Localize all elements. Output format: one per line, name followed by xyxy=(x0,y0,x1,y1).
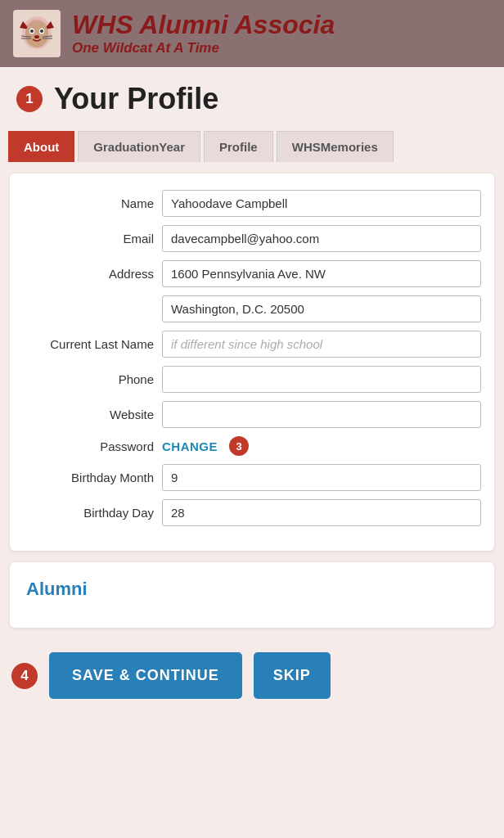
page-title: Your Profile xyxy=(54,82,218,116)
tab-memories[interactable]: WHSMemories xyxy=(277,131,394,162)
step-badge-3: 3 xyxy=(229,436,249,456)
password-label: Password xyxy=(23,439,154,453)
name-label: Name xyxy=(23,196,154,210)
current-last-name-label: Current Last Name xyxy=(23,337,154,351)
address-row-2 xyxy=(23,295,481,322)
email-input[interactable] xyxy=(162,225,481,252)
tabs-container: About GraduationYear Profile WHSMemories xyxy=(0,123,504,162)
address-row-1: Address xyxy=(23,260,481,287)
address-line1-input[interactable] xyxy=(162,260,481,287)
svg-point-5 xyxy=(25,21,48,47)
alumni-title: Alumni xyxy=(26,579,478,600)
header-text: WHS Alumni Associa One Wildcat At A Time xyxy=(72,11,335,56)
password-row: Password CHANGE 3 xyxy=(23,436,481,456)
birthday-month-label: Birthday Month xyxy=(23,471,154,484)
tab-graduation[interactable]: GraduationYear xyxy=(78,131,200,162)
form-card: Name Email Address Current Last Name Pho… xyxy=(10,173,494,551)
change-password-link[interactable]: CHANGE xyxy=(162,439,218,453)
current-last-name-input[interactable] xyxy=(162,331,481,358)
website-row: Website xyxy=(23,401,481,428)
tab-about[interactable]: About xyxy=(8,131,74,162)
skip-button[interactable]: SKIP xyxy=(254,652,331,699)
phone-input[interactable] xyxy=(162,366,481,393)
name-row: Name xyxy=(23,190,481,217)
name-input[interactable] xyxy=(162,190,481,217)
svg-point-10 xyxy=(34,35,39,38)
svg-point-9 xyxy=(40,29,43,33)
step-badge-1: 1 xyxy=(16,86,43,112)
step-badge-4: 4 xyxy=(11,663,38,689)
email-row: Email xyxy=(23,225,481,252)
website-input[interactable] xyxy=(162,401,481,428)
password-change-area: CHANGE 3 xyxy=(162,436,249,456)
birthday-month-input[interactable] xyxy=(162,464,481,491)
website-label: Website xyxy=(23,408,154,421)
phone-row: Phone xyxy=(23,366,481,393)
alumni-card: Alumni xyxy=(10,562,494,628)
bottom-bar: 4 SAVE & CONTINUE SKIP xyxy=(0,639,504,712)
header-title: WHS Alumni Associa xyxy=(72,11,335,39)
email-label: Email xyxy=(23,232,154,246)
tab-profile[interactable]: Profile xyxy=(204,131,273,162)
birthday-day-input[interactable] xyxy=(162,499,481,526)
address-line2-input[interactable] xyxy=(162,295,481,322)
address-label: Address xyxy=(23,267,154,281)
logo xyxy=(13,10,61,57)
header-subtitle: One Wildcat At A Time xyxy=(72,40,335,56)
birthday-month-row: Birthday Month xyxy=(23,464,481,491)
birthday-day-label: Birthday Day xyxy=(23,506,154,520)
save-continue-button[interactable]: SAVE & CONTINUE xyxy=(49,652,242,699)
header: WHS Alumni Associa One Wildcat At A Time xyxy=(0,0,504,67)
page-title-section: 1 Your Profile xyxy=(0,67,504,123)
svg-point-8 xyxy=(30,29,34,33)
phone-label: Phone xyxy=(23,372,154,386)
birthday-day-row: Birthday Day xyxy=(23,499,481,526)
current-last-name-row: Current Last Name xyxy=(23,331,481,358)
